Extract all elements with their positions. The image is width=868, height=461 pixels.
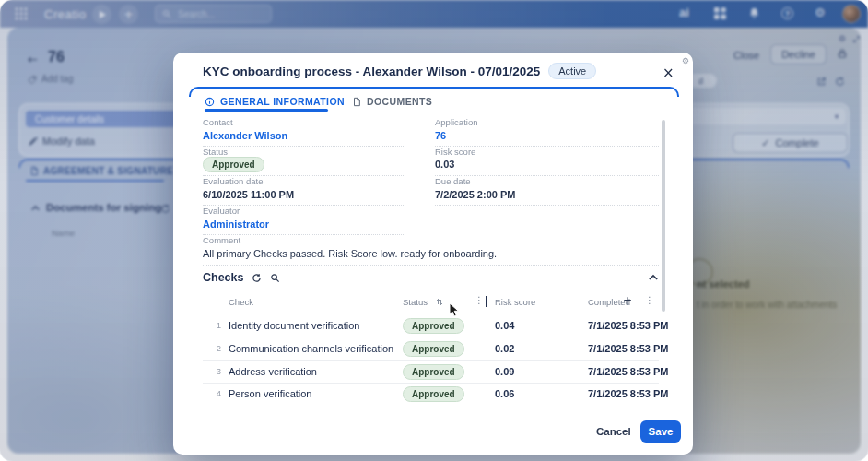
checks-section-title: Checks bbox=[203, 271, 243, 284]
contact-link[interactable]: Alexander Wilson bbox=[203, 130, 287, 141]
modal-title: KYC onboarding process - Alexander Wilso… bbox=[203, 65, 540, 78]
comment-value[interactable]: All primary Checks passed. Risk Score lo… bbox=[203, 248, 497, 259]
save-button[interactable]: Save bbox=[640, 420, 681, 443]
name-column-header: Name bbox=[52, 228, 75, 238]
evaluator-label: Evaluator bbox=[203, 206, 240, 216]
modal-scrollbar[interactable] bbox=[662, 120, 665, 312]
check-icon: ✓ bbox=[761, 137, 769, 149]
app-window: Creatio + ai ? ⚙ ⚙ bbox=[0, 0, 868, 461]
active-status-badge: Active bbox=[548, 63, 596, 79]
copilot-button[interactable]: ai bbox=[679, 6, 689, 19]
modal-close-icon[interactable]: × bbox=[663, 65, 674, 81]
status-approved-badge: Approved bbox=[203, 157, 264, 172]
row-status-badge: Approved bbox=[403, 364, 464, 380]
user-avatar[interactable] bbox=[842, 5, 861, 23]
tabs-divider bbox=[189, 112, 679, 112]
row-status-badge: Approved bbox=[403, 386, 464, 402]
tab-general-information[interactable]: GENERAL INFORMATION bbox=[205, 96, 345, 107]
open-in-new-icon[interactable] bbox=[816, 77, 827, 87]
checks-refresh-icon[interactable] bbox=[252, 273, 262, 283]
notifications-bell-icon[interactable] bbox=[748, 7, 760, 19]
application-label: Application bbox=[435, 117, 477, 127]
creatio-logo: Creatio bbox=[44, 7, 86, 21]
column-drag-indicator bbox=[486, 296, 487, 307]
col-header-status[interactable]: Status bbox=[403, 297, 428, 307]
documents-for-signing-title: Documents for signing bbox=[46, 202, 161, 213]
checks-search-icon[interactable] bbox=[270, 273, 280, 283]
top-bar: Creatio + ai ? ⚙ bbox=[0, 0, 868, 28]
evaluator-link[interactable]: Administrator bbox=[203, 219, 269, 230]
kyc-modal: ⚙ × KYC onboarding process - Alexander W… bbox=[173, 53, 693, 455]
checks-collapse-chevron-icon[interactable] bbox=[649, 274, 658, 280]
due-date-label: Due date bbox=[435, 176, 471, 186]
app-menu-icon[interactable] bbox=[15, 7, 28, 20]
add-tag-button[interactable]: Add tag bbox=[41, 74, 73, 84]
page-settings-gear-icon[interactable]: ⚙ bbox=[839, 34, 846, 43]
column-menu-icon[interactable]: ⋮ bbox=[475, 295, 484, 305]
search-input[interactable] bbox=[176, 8, 259, 20]
tag-icon bbox=[28, 76, 37, 85]
risk-score-label: Risk score bbox=[435, 147, 475, 157]
plus-icon: + bbox=[123, 7, 134, 21]
decline-button[interactable]: Decline bbox=[770, 44, 827, 65]
add-record-button[interactable]: + bbox=[119, 5, 138, 24]
cancel-button[interactable]: Cancel bbox=[596, 426, 631, 437]
settings-gear-icon[interactable]: ⚙ bbox=[815, 6, 826, 19]
info-icon bbox=[205, 97, 215, 107]
collapse-chevron-icon[interactable] bbox=[31, 205, 40, 211]
page-title: 76 bbox=[48, 49, 65, 65]
tab-documents[interactable]: DOCUMENTS bbox=[352, 96, 432, 107]
workplaces-icon[interactable] bbox=[714, 7, 726, 19]
refresh-icon[interactable] bbox=[835, 77, 845, 87]
tab-agreement-signature[interactable]: AGREEMENT & SIGNATURE bbox=[43, 166, 173, 176]
global-search[interactable] bbox=[155, 5, 272, 23]
row-status-badge: Approved bbox=[403, 318, 464, 334]
mouse-cursor bbox=[449, 302, 460, 317]
lock-icon bbox=[837, 48, 848, 59]
due-date-value[interactable]: 7/2/2025 2:00 PM bbox=[435, 189, 515, 200]
help-icon[interactable]: ? bbox=[781, 7, 793, 19]
contact-label: Contact bbox=[203, 117, 233, 127]
evaluation-date-label: Evaluation date bbox=[203, 176, 264, 186]
pencil-icon bbox=[28, 136, 38, 147]
tab-underline bbox=[26, 180, 164, 182]
search-icon bbox=[162, 9, 171, 18]
sort-icon[interactable] bbox=[436, 298, 443, 306]
close-button[interactable]: Close bbox=[733, 50, 759, 61]
empty-state-subtitle: t in order to work with attachments bbox=[697, 300, 837, 310]
risk-score-value: 0.03 bbox=[435, 159, 454, 170]
modify-data-button[interactable]: Modify data bbox=[42, 136, 95, 147]
table-menu-icon[interactable]: ⋮ bbox=[645, 295, 654, 305]
run-process-button[interactable] bbox=[92, 5, 111, 24]
modal-settings-gear-icon[interactable]: ⚙ bbox=[682, 56, 689, 65]
agreement-doc-icon bbox=[29, 166, 39, 176]
document-icon bbox=[352, 97, 361, 107]
col-header-check[interactable]: Check bbox=[229, 297, 253, 307]
section-refresh-icon[interactable] bbox=[160, 204, 170, 214]
expand-icon[interactable] bbox=[852, 35, 861, 43]
application-link[interactable]: 76 bbox=[435, 130, 446, 141]
add-check-icon[interactable]: + bbox=[623, 294, 632, 307]
col-header-risk-score[interactable]: Risk score bbox=[495, 297, 535, 307]
empty-state-title: nt selected bbox=[697, 278, 749, 290]
complete-button[interactable]: ✓Complete bbox=[733, 133, 848, 153]
play-icon bbox=[100, 11, 106, 18]
status-label: Status bbox=[203, 147, 228, 157]
evaluation-date-value[interactable]: 6/10/2025 11:00 PM bbox=[203, 189, 294, 200]
stage-dropdown[interactable]: ▾ bbox=[682, 108, 846, 124]
row-status-badge: Approved bbox=[403, 341, 464, 357]
comment-label: Comment bbox=[203, 235, 240, 245]
back-button[interactable]: ← bbox=[28, 53, 38, 66]
